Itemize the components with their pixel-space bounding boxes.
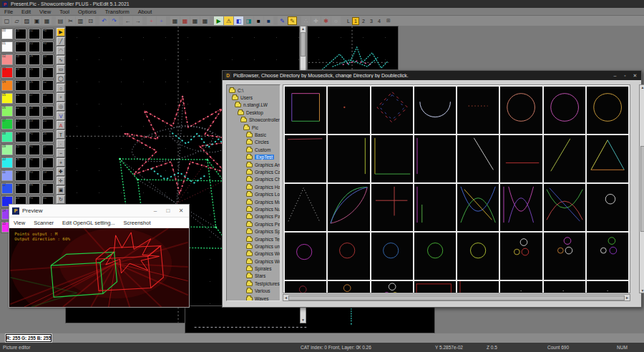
scroll-down-icon[interactable]: ▼ <box>641 288 644 293</box>
tree-item-graphics-animal[interactable]: Graphics Animal <box>227 161 280 168</box>
tree-item-stars[interactable]: Stars <box>227 273 280 280</box>
palette-swatch-39[interactable]: 39 <box>28 118 41 130</box>
palette-swatch-16[interactable]: 16 <box>14 28 27 40</box>
thumbnail-38[interactable] <box>500 281 542 293</box>
palette-swatch-12[interactable]: 12 <box>1 182 14 195</box>
palette-swatch-2[interactable]: 02 <box>1 54 14 66</box>
thumbnail-18[interactable] <box>328 184 369 231</box>
black-frame-button[interactable]: ■ <box>254 16 263 25</box>
palette-swatch-50[interactable]: 50 <box>42 54 54 66</box>
palette-swatch-6[interactable]: 06 <box>1 105 14 117</box>
palette-swatch-28[interactable]: 28 <box>14 182 27 195</box>
thumbnail-7[interactable] <box>544 87 585 134</box>
background-canvas[interactable] <box>185 305 435 333</box>
menu-options[interactable]: Options <box>74 9 101 15</box>
thumbnail-23[interactable] <box>544 184 585 231</box>
palette-swatch-36[interactable]: 36 <box>28 79 41 92</box>
palette-swatch-19[interactable]: 19 <box>14 67 27 79</box>
thumbnail-22[interactable] <box>500 184 542 231</box>
concentric-tool[interactable]: ◎ <box>57 102 65 111</box>
palette-swatch-11[interactable]: 11 <box>1 170 14 182</box>
palette-swatch-48[interactable]: 48 <box>42 28 54 40</box>
palette-swatch-26[interactable]: 26 <box>14 157 27 169</box>
navy-frame-button[interactable]: ■ <box>264 16 273 25</box>
preview-menu-screenshot[interactable]: Screenshot <box>119 220 155 226</box>
page-button-2[interactable]: 2 <box>360 17 367 25</box>
cut-button[interactable]: ✂ <box>66 16 75 25</box>
tree-item-graphics-people[interactable]: Graphics People <box>227 220 280 228</box>
print-button[interactable]: ▤ <box>56 16 65 25</box>
ellipse-tool[interactable]: ◯ <box>57 74 65 83</box>
thumbnail-10[interactable] <box>328 135 369 182</box>
palette-swatch-5[interactable]: 05 <box>1 92 14 104</box>
thumbnail-11[interactable] <box>371 135 413 182</box>
new-button[interactable]: ▢ <box>2 16 11 25</box>
tree-item-graphics-party[interactable]: Graphics Party <box>227 213 280 220</box>
maximize-button[interactable]: ▫ <box>621 73 629 78</box>
page-button-1[interactable]: 1 <box>352 17 359 25</box>
pin-button[interactable]: ✱ <box>321 16 331 25</box>
tree-item-graphics-halloween[interactable]: Graphics Halloween <box>227 183 280 190</box>
tree-item-custom[interactable]: Custom <box>227 146 280 153</box>
palette-swatch-10[interactable]: 10 <box>1 157 14 169</box>
table-cols-button[interactable]: ▦ <box>200 16 210 25</box>
palette-swatch-27[interactable]: 27 <box>14 170 27 182</box>
thumbnail-16[interactable] <box>587 135 628 182</box>
move-tool-button[interactable]: ✚ <box>311 16 321 25</box>
remove-tool[interactable]: − <box>57 149 65 157</box>
preview-titlebar[interactable]: P Preview – □ ✕ <box>9 205 189 217</box>
minimize-button[interactable]: – <box>611 73 619 78</box>
thumbnail-13[interactable] <box>457 135 499 182</box>
scroll-down-icon[interactable]: ▼ <box>301 318 305 323</box>
thumbnail-6[interactable] <box>500 87 542 134</box>
tree-item-graphics-unsorted[interactable]: Graphics unsorted <box>227 243 280 250</box>
open-folder-button[interactable]: ▨ <box>22 16 31 25</box>
palette-swatch-41[interactable]: 41 <box>28 144 41 156</box>
select-area-tool[interactable]: ▣ <box>57 186 65 195</box>
thumbnail-37[interactable] <box>457 281 499 293</box>
edit-pen-button[interactable]: ✎ <box>288 16 297 25</box>
palette-swatch-0[interactable]: 00 <box>1 28 14 40</box>
thumbnail-1[interactable] <box>285 87 326 134</box>
thumbnail-29[interactable] <box>457 233 499 280</box>
menu-view[interactable]: View <box>35 9 55 15</box>
tree-item-graphics-music[interactable]: Graphics Music <box>227 198 280 205</box>
palette-swatch-40[interactable]: 40 <box>28 131 41 143</box>
palette-swatch-32[interactable]: 32 <box>28 28 41 40</box>
thumbnail-5[interactable] <box>457 87 499 134</box>
thumbnail-36[interactable] <box>414 281 456 293</box>
palette-swatch-52[interactable]: 52 <box>42 79 54 92</box>
table-rows-button[interactable]: ▦ <box>190 16 200 25</box>
palette-swatch-49[interactable]: 49 <box>42 41 54 53</box>
thumbnail-15[interactable] <box>544 135 585 182</box>
ghost-button[interactable]: ○ <box>331 16 341 25</box>
palette-swatch-3[interactable]: 03 <box>1 67 14 79</box>
thumbnail-40[interactable] <box>587 281 628 293</box>
point-tool[interactable]: ∘ <box>57 93 65 102</box>
circle-tool[interactable]: ○ <box>57 84 65 92</box>
palette-swatch-21[interactable]: 21 <box>14 92 27 104</box>
line-tool[interactable]: ╱ <box>57 37 65 46</box>
tree-item-graphics-tests[interactable]: Graphics Tests <box>227 235 280 243</box>
thumbnail-27[interactable] <box>371 233 413 280</box>
scroll-thumb[interactable] <box>640 146 644 232</box>
thumbnail-8[interactable] <box>587 87 628 134</box>
tree-item-desktop[interactable]: Desktop <box>227 109 280 116</box>
thumbnail-30[interactable] <box>500 233 542 280</box>
page-button-3[interactable]: 3 <box>368 17 375 25</box>
thumbnail-14[interactable] <box>500 135 542 182</box>
palette-swatch-42[interactable]: 42 <box>28 157 41 169</box>
tree-item-basic[interactable]: Basic <box>227 131 280 138</box>
scroll-left-icon[interactable]: ◄ <box>284 295 288 300</box>
maximize-button[interactable]: □ <box>163 207 173 214</box>
rectangle-tool[interactable]: ▭ <box>57 65 65 74</box>
save-all-button[interactable]: ▦ <box>42 16 52 25</box>
text-a-tool[interactable]: A <box>57 121 65 129</box>
tree-item-graphics-logos[interactable]: Graphics Logos <box>227 190 280 197</box>
palette-swatch-9[interactable]: 09 <box>1 144 14 156</box>
tree-item-spirales[interactable]: Spirales <box>227 265 280 272</box>
menu-tool[interactable]: Tool <box>55 9 74 15</box>
thumbnail-3[interactable] <box>371 87 413 134</box>
palette-swatch-53[interactable]: 53 <box>42 92 54 104</box>
palette-swatch-56[interactable]: 56 <box>42 131 54 143</box>
